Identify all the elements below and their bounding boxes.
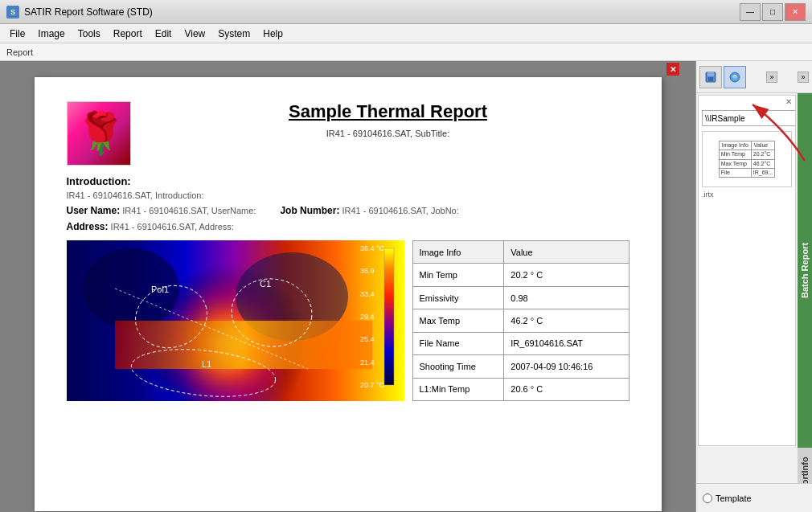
report-paper: Sample Thermal Report IR41 - 69104616.SA… [35, 77, 662, 511]
table-row: L1:Min Temp 20.6 ° C [412, 378, 629, 400]
user-job-row: User Name: IR41 - 69104616.SAT, UserName… [67, 205, 630, 216]
title-bar-text: SATIR Report Software (STD) [24, 6, 740, 18]
svg-rect-2 [708, 77, 713, 81]
table-cell: Shooting Time [412, 355, 504, 378]
image-data-table: Image Info Value Min Temp 20.2 ° C Emiss… [412, 240, 630, 401]
toolbar-expand-button[interactable]: » [766, 72, 777, 83]
table-cell: L1:Min Temp [412, 378, 504, 400]
table-header-info: Image Info [412, 241, 504, 264]
table-row: File Name IR_69104616.SAT [412, 332, 629, 354]
file-ext-row: .irtx [702, 190, 792, 199]
menu-edit[interactable]: Edit [149, 27, 178, 41]
table-row: Emissivity 0.98 [412, 286, 629, 309]
address-field: Address: IR41 - 69104616.SAT, Address: [67, 221, 234, 232]
toolbar-save-icon[interactable] [699, 66, 722, 88]
address-bar: Report [0, 43, 812, 61]
table-cell: Max Temp [412, 309, 504, 332]
table-cell: Min Temp [412, 264, 504, 286]
username-field: User Name: IR41 - 69104616.SAT, UserName… [67, 205, 256, 216]
table-cell: IR_69104616.SAT [504, 332, 629, 354]
template-radio-item[interactable]: Template [703, 494, 752, 503]
introduction-heading: Introduction: [67, 175, 630, 187]
jobnumber-field: Job Number: IR41 - 69104616.SAT, JobNo: [280, 205, 458, 216]
window-controls: — □ ✕ [740, 3, 806, 21]
right-toolbar: » » [696, 61, 812, 93]
menu-file[interactable]: File [3, 27, 31, 41]
jobnumber-value: IR41 - 69104616.SAT, JobNo: [342, 206, 458, 215]
table-cell: File Name [412, 332, 504, 354]
right-panel: » » ✕ ... [695, 61, 812, 512]
jobnumber-label: Job Number: [280, 205, 339, 216]
svg-rect-1 [707, 72, 714, 76]
report-header: Sample Thermal Report IR41 - 69104616.SA… [67, 101, 630, 166]
minimize-button[interactable]: — [740, 3, 761, 21]
app-icon: S [6, 6, 19, 18]
address-value: IR41 - 69104616.SAT, Address: [111, 222, 234, 231]
bottom-bar: Template [696, 483, 812, 512]
table-row: Min Temp 20.2 ° C [412, 264, 629, 286]
address-row: Address: IR41 - 69104616.SAT, Address: [67, 221, 630, 232]
table-cell: 46.2 ° C [504, 309, 629, 332]
template-radio[interactable] [703, 494, 712, 503]
address-label: Address: [67, 221, 109, 232]
menu-tools[interactable]: Tools [72, 27, 107, 41]
username-label: User Name: [67, 205, 121, 216]
image-table-section: Image Info Value Min Temp 20.2 ° C Emiss… [67, 240, 630, 401]
close-button[interactable]: ✕ [785, 3, 806, 21]
rose-image [67, 101, 131, 166]
table-row: Shooting Time 2007-04-09 10:46:16 [412, 355, 629, 378]
report-title: Sample Thermal Report [147, 101, 630, 122]
doc-close-button[interactable]: ✕ [666, 63, 679, 76]
address-text: Report [6, 47, 33, 57]
report-subtitle: IR41 - 69104616.SAT, SubTitle: [147, 129, 630, 138]
table-header-value: Value [504, 241, 629, 264]
menu-system[interactable]: System [211, 27, 256, 41]
username-value: IR41 - 69104616.SAT, UserName: [122, 206, 256, 215]
table-cell: Emissivity [412, 286, 504, 309]
table-cell: 20.6 ° C [504, 378, 629, 400]
menu-view[interactable]: View [178, 27, 211, 41]
main-layout: ✕ Sample Thermal Report IR41 - 69104616.… [0, 61, 812, 512]
menu-report[interactable]: Report [107, 27, 149, 41]
toolbar-export-icon[interactable] [724, 66, 746, 88]
maximize-button[interactable]: □ [762, 3, 783, 21]
table-cell: 2007-04-09 10:46:16 [504, 355, 629, 378]
document-area: ✕ Sample Thermal Report IR41 - 69104616.… [0, 61, 695, 512]
batch-report-tab[interactable]: Batch Report [798, 93, 812, 448]
table-row: Max Temp 46.2 ° C [412, 309, 629, 332]
path-row: ... [702, 110, 792, 126]
toolbar-expand-right[interactable]: » [798, 72, 809, 83]
table-cell: 20.2 ° C [504, 264, 629, 286]
menu-help[interactable]: Help [256, 27, 289, 41]
title-bar: S SATIR Report Software (STD) — □ ✕ [0, 0, 812, 24]
thermal-canvas [67, 240, 404, 401]
thumbnail-preview: Image InfoValue Min Temp20.2°C Max Temp4… [702, 131, 792, 187]
menu-image[interactable]: Image [31, 27, 71, 41]
thermal-image-container [67, 240, 404, 401]
batch-close-button[interactable]: ✕ [785, 97, 792, 106]
table-cell: 0.98 [504, 286, 629, 309]
path-input[interactable] [702, 110, 796, 126]
introduction-text: IR41 - 69104616.SAT, Introduction: [67, 190, 630, 200]
thumb-table: Image InfoValue Min Temp20.2°C Max Temp4… [719, 141, 776, 178]
report-title-area: Sample Thermal Report IR41 - 69104616.SA… [147, 101, 630, 138]
template-label: Template [716, 494, 752, 503]
menu-bar: File Image Tools Report Edit View System… [0, 24, 812, 43]
